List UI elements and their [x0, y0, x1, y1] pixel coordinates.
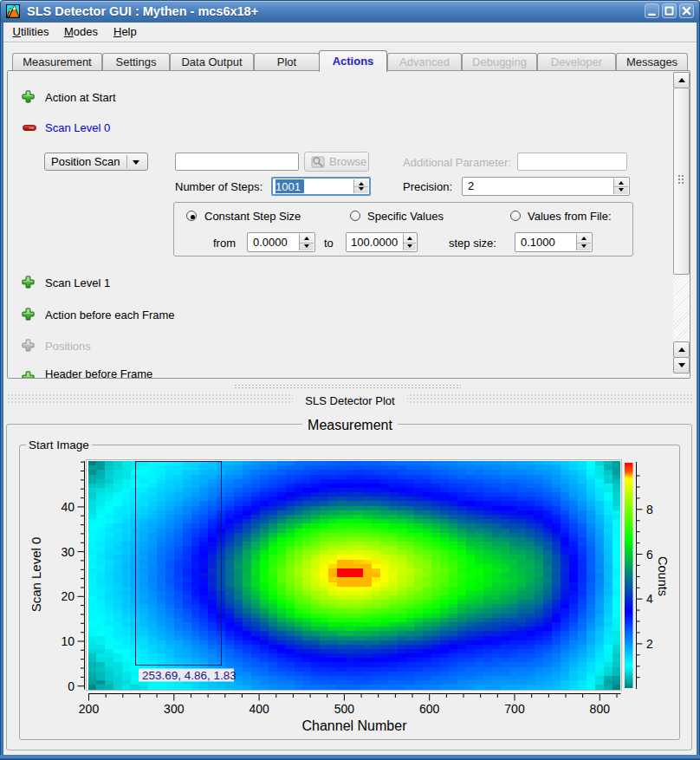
svg-text:Scan Level 0: Scan Level 0 [29, 537, 43, 613]
svg-text:500: 500 [334, 702, 355, 716]
svg-text:8: 8 [646, 503, 653, 516]
svg-text:200: 200 [79, 702, 100, 716]
svg-text:40: 40 [61, 500, 75, 514]
svg-text:20: 20 [61, 589, 75, 603]
svg-text:6: 6 [646, 548, 653, 562]
svg-text:30: 30 [61, 545, 75, 559]
svg-text:600: 600 [419, 702, 440, 716]
svg-text:0: 0 [68, 679, 75, 693]
svg-text:4: 4 [646, 592, 653, 606]
svg-text:Counts: Counts [656, 556, 670, 596]
svg-text:300: 300 [164, 702, 185, 716]
svg-text:400: 400 [249, 702, 269, 716]
svg-text:800: 800 [590, 702, 611, 716]
svg-text:700: 700 [504, 702, 525, 716]
svg-text:253.69, 4.86, 1.83: 253.69, 4.86, 1.83 [142, 669, 237, 682]
svg-text:10: 10 [61, 634, 75, 648]
svg-text:Channel Number: Channel Number [302, 718, 408, 733]
svg-text:2: 2 [646, 637, 653, 651]
